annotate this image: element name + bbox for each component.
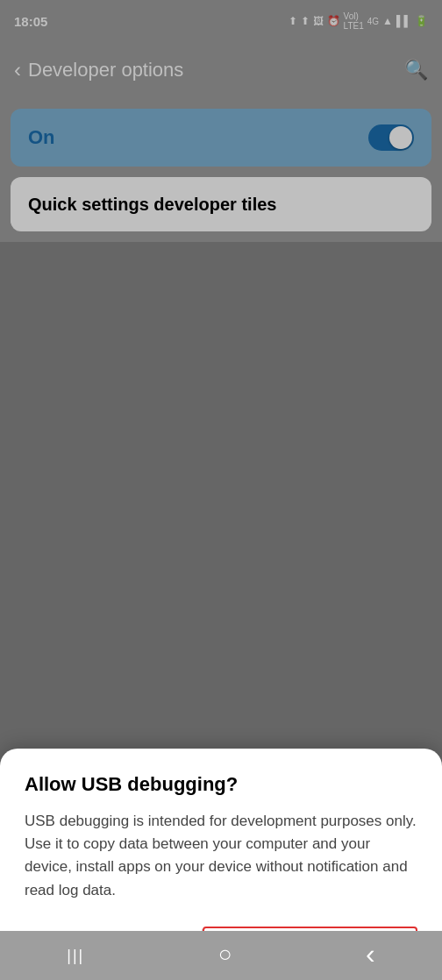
home-icon bbox=[218, 941, 232, 968]
dialog-overlay: Allow USB debugging? USB debugging is in… bbox=[0, 0, 442, 980]
nav-home-button[interactable] bbox=[218, 941, 232, 968]
dialog-message: USB debugging is intended for developmen… bbox=[25, 810, 417, 902]
nav-menu-button[interactable] bbox=[67, 941, 84, 966]
back-nav-icon bbox=[366, 938, 375, 970]
dialog-title: Allow USB debugging? bbox=[25, 773, 417, 796]
nav-back-button[interactable] bbox=[366, 938, 375, 970]
menu-icon bbox=[67, 941, 84, 966]
bottom-nav bbox=[0, 931, 442, 980]
